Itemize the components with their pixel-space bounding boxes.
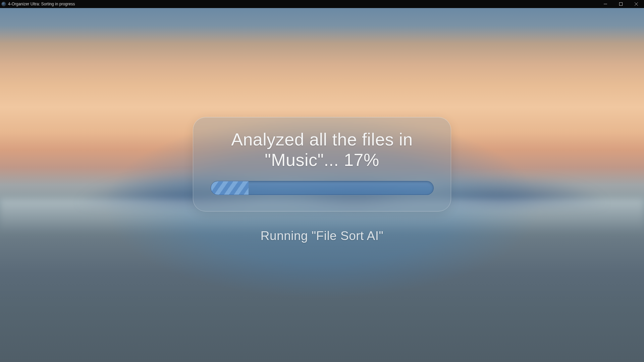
- progress-bar: [211, 181, 434, 195]
- window-title: 4-Organizer Ultra: Sorting in progress: [8, 2, 75, 6]
- close-icon: [635, 2, 638, 6]
- close-button[interactable]: [629, 0, 644, 8]
- minimize-button[interactable]: [598, 0, 613, 8]
- progress-status-line2: "Music"... 17%: [265, 150, 379, 170]
- app-icon: [1, 2, 6, 6]
- titlebar-controls: [598, 0, 644, 8]
- titlebar[interactable]: 4-Organizer Ultra: Sorting in progress: [0, 0, 644, 8]
- maximize-icon: [619, 2, 623, 6]
- titlebar-left: 4-Organizer Ultra: Sorting in progress: [1, 2, 75, 6]
- progress-status-text: Analyzed all the files in "Music"... 17%: [231, 129, 413, 171]
- progress-bar-fill: [211, 181, 249, 195]
- main-content: Analyzed all the files in "Music"... 17%…: [0, 8, 644, 362]
- progress-status-line1: Analyzed all the files in: [231, 130, 413, 149]
- progress-card: Analyzed all the files in "Music"... 17%: [193, 117, 451, 212]
- maximize-button[interactable]: [613, 0, 629, 8]
- minimize-icon: [604, 2, 607, 6]
- svg-rect-1: [620, 3, 623, 6]
- progress-subtitle: Running "File Sort AI": [261, 229, 383, 243]
